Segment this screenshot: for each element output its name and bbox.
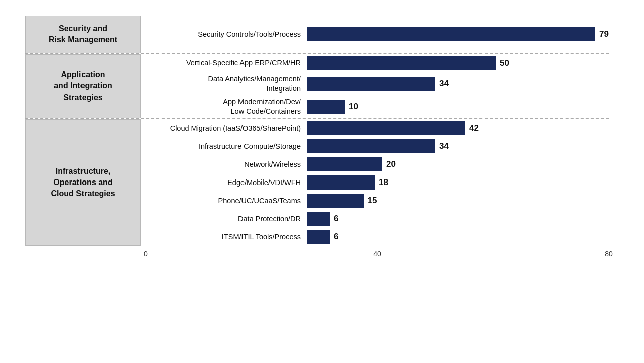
bar-track: 79 <box>307 18 609 51</box>
bar-label: Data Protection/DR <box>146 214 307 224</box>
bar-row: Security Controls/Tools/Process79 <box>146 16 609 53</box>
bar-fill <box>307 230 330 244</box>
bar-value: 20 <box>386 159 396 169</box>
bar-row: Vertical-Specific App ERP/CRM/HR50 <box>146 54 609 72</box>
section-infrastructure: Infrastructure,Operations andCloud Strat… <box>25 119 609 246</box>
bar-track: 10 <box>307 97 609 116</box>
bar-label: Vertical-Specific App ERP/CRM/HR <box>146 58 307 68</box>
bar-label: ITSM/ITIL Tools/Process <box>146 232 307 242</box>
bar-label: Security Controls/Tools/Process <box>146 30 307 39</box>
bar-track: 34 <box>307 74 609 94</box>
bar-fill <box>307 77 435 91</box>
bar-value: 34 <box>439 141 449 151</box>
bar-fill <box>307 27 595 41</box>
bar-row: Data Protection/DR6 <box>146 210 609 228</box>
bar-fill <box>307 194 364 208</box>
section-security: Security andRisk ManagementSecurity Cont… <box>25 16 609 54</box>
x-axis: 04080 <box>25 246 609 261</box>
bar-label: Cloud Migration (IaaS/O365/SharePoint) <box>146 124 307 133</box>
bar-row: Cloud Migration (IaaS/O365/SharePoint)42 <box>146 119 609 137</box>
bar-track: 18 <box>307 175 609 190</box>
section-application: Applicationand IntegrationStrategiesVert… <box>25 54 609 119</box>
bar-fill <box>307 157 382 171</box>
bar-track: 6 <box>307 230 609 244</box>
bar-row: ITSM/ITIL Tools/Process6 <box>146 228 609 246</box>
bar-track: 34 <box>307 139 609 153</box>
bar-fill <box>307 139 435 153</box>
bar-label: Data Analytics/Management/Integration <box>146 74 307 94</box>
bar-row: Data Analytics/Management/Integration34 <box>146 72 609 96</box>
bar-track: 6 <box>307 212 609 226</box>
chart-container: Security andRisk ManagementSecurity Cont… <box>15 6 629 357</box>
bar-value: 50 <box>500 58 509 68</box>
bar-value: 42 <box>469 123 479 133</box>
section-bars-application: Vertical-Specific App ERP/CRM/HR50Data A… <box>141 54 609 118</box>
x-tick: 40 <box>373 250 381 258</box>
bar-label: App Modernization/Dev/Low Code/Container… <box>146 97 307 116</box>
bar-fill <box>307 212 330 226</box>
axis-spacer <box>25 250 141 261</box>
bar-track: 20 <box>307 157 609 171</box>
section-label-security: Security andRisk Management <box>25 16 141 53</box>
bar-row: Edge/Mobile/VDI/WFH18 <box>146 173 609 192</box>
bar-label: Phone/UC/UCaaS/Teams <box>146 196 307 206</box>
bar-label: Network/Wireless <box>146 160 307 169</box>
bar-label: Edge/Mobile/VDI/WFH <box>146 178 307 188</box>
section-label-application: Applicationand IntegrationStrategies <box>25 54 141 118</box>
bar-label: Infrastructure Compute/Storage <box>146 142 307 151</box>
bar-value: 6 <box>334 214 338 224</box>
bar-track: 42 <box>307 121 609 135</box>
bar-value: 79 <box>599 29 609 39</box>
axis-ticks-area: 04080 <box>141 250 609 261</box>
bar-fill <box>307 100 345 114</box>
bar-track: 50 <box>307 56 609 70</box>
bar-value: 6 <box>334 232 338 242</box>
section-bars-security: Security Controls/Tools/Process79 <box>141 16 609 53</box>
x-tick: 0 <box>144 250 148 258</box>
bar-fill <box>307 121 465 135</box>
x-tick: 80 <box>605 250 613 258</box>
chart-sections: Security andRisk ManagementSecurity Cont… <box>25 16 609 246</box>
section-bars-infrastructure: Cloud Migration (IaaS/O365/SharePoint)42… <box>141 119 609 246</box>
bar-value: 34 <box>439 79 449 89</box>
bar-row: App Modernization/Dev/Low Code/Container… <box>146 95 609 118</box>
bar-fill <box>307 175 375 190</box>
bar-row: Network/Wireless20 <box>146 155 609 173</box>
axis-ticks-inner: 04080 <box>146 250 609 261</box>
bar-value: 18 <box>379 177 388 188</box>
section-label-infrastructure: Infrastructure,Operations andCloud Strat… <box>25 119 141 246</box>
bar-value: 10 <box>349 102 358 112</box>
bar-track: 15 <box>307 194 609 208</box>
bar-row: Infrastructure Compute/Storage34 <box>146 137 609 155</box>
bar-value: 15 <box>368 196 377 206</box>
bar-row: Phone/UC/UCaaS/Teams15 <box>146 192 609 210</box>
bar-fill <box>307 56 496 70</box>
